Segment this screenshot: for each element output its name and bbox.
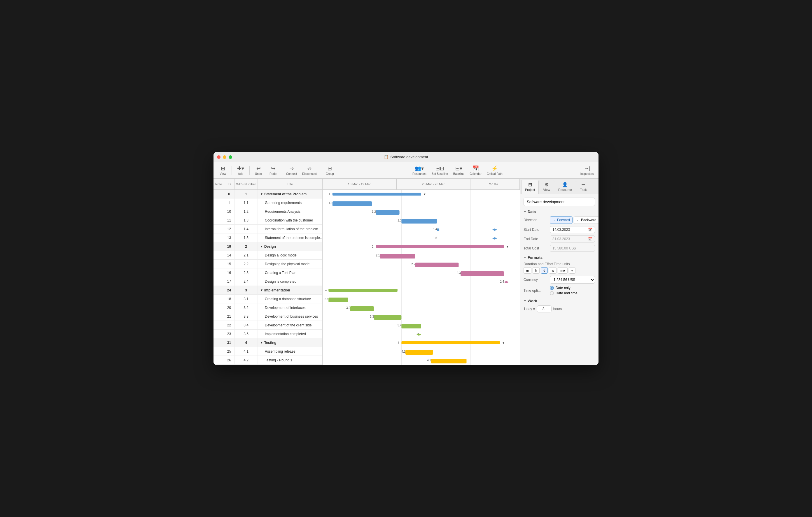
time-option-label: Time opti...	[524, 288, 550, 293]
work-section-header[interactable]: ▼ Work	[524, 299, 595, 303]
table-row[interactable]: 0 1 ▼Statement of the Problem	[213, 190, 322, 199]
cell-title: Gathering requirements	[258, 199, 322, 207]
svg-text:▼: ▼	[325, 289, 327, 292]
cell-note	[213, 286, 224, 294]
inspectors-button[interactable]: →| Inspectors	[578, 164, 596, 177]
table-row[interactable]: 24 3 ▼Implementation	[213, 286, 322, 295]
svg-text:3.1: 3.1	[325, 298, 329, 301]
project-tab-icon: ⊟	[528, 182, 532, 187]
unit-mo-button[interactable]: mo	[558, 267, 567, 274]
svg-text:4: 4	[398, 341, 399, 344]
tab-view[interactable]: ⚙ View	[539, 180, 554, 194]
table-row[interactable]: 15 2.2 Designing the physical model	[213, 260, 322, 268]
tab-project[interactable]: ⊟ Project	[521, 180, 539, 194]
table-row[interactable]: 26 4.2 Testing - Round 1	[213, 356, 322, 365]
table-row[interactable]: 20 3.2 Development of interfaces	[213, 303, 322, 312]
time-option-group: Date only Date and time	[550, 286, 595, 295]
start-date-value[interactable]: 14.03.2023 📅	[550, 226, 595, 233]
cell-wbs: 3.2	[234, 303, 258, 312]
formats-section-header[interactable]: ▼ Formats	[524, 255, 595, 260]
connect-button[interactable]: ⇒ Connect	[284, 164, 299, 177]
table-row[interactable]: 13 1.5 Statement of the problem is compl…	[213, 234, 322, 242]
fullscreen-button[interactable]	[229, 155, 232, 159]
undo-button[interactable]: ↩ Undo	[252, 164, 265, 177]
table-row[interactable]: 14 2.1 Design a logic model	[213, 251, 322, 260]
table-row[interactable]: 12 1.4 Internal formulation of the probl…	[213, 225, 322, 234]
table-row[interactable]: 22 3.4 Development of the client side	[213, 321, 322, 330]
table-row[interactable]: 30 4.3 Error correction	[213, 365, 322, 365]
svg-text:1.4: 1.4	[433, 227, 437, 231]
table-row[interactable]: 21 3.3 Development of business services	[213, 312, 322, 321]
direction-field: Direction → Forward ← Backward	[524, 216, 595, 224]
cell-title: Coordination with the customer	[258, 216, 322, 224]
redo-button[interactable]: ↪ Redo	[266, 164, 280, 177]
date-only-option[interactable]: Date only	[550, 286, 595, 290]
baseline-button[interactable]: ⊟▾ Baseline	[451, 164, 467, 177]
table-row[interactable]: 1 1.1 Gathering requirements	[213, 199, 322, 207]
table-row[interactable]: 10 1.2 Requirements Analysis	[213, 207, 322, 216]
table-row[interactable]: 31 4 ▼Testing	[213, 338, 322, 347]
svg-rect-38	[401, 324, 421, 329]
svg-text:1.3: 1.3	[398, 219, 402, 222]
add-button[interactable]: ✚▾ Add	[234, 164, 248, 177]
view-button[interactable]: ⊞ View	[216, 164, 230, 177]
cell-wbs: 2	[234, 242, 258, 251]
date-time-option[interactable]: Date and time	[550, 291, 595, 295]
cell-title: ▼Statement of the Problem	[258, 190, 322, 198]
unit-d-button[interactable]: d	[541, 267, 548, 274]
svg-rect-9	[376, 210, 400, 215]
table-row[interactable]: 11 1.3 Coordination with the customer	[213, 216, 322, 225]
unit-m-button[interactable]: m	[524, 267, 531, 274]
svg-rect-13	[437, 229, 439, 231]
table-row[interactable]: 19 2 ▼Design	[213, 242, 322, 251]
table-row[interactable]: 17 2.4 Design is completed	[213, 277, 322, 286]
svg-rect-46	[405, 350, 433, 355]
unit-w-button[interactable]: w	[549, 267, 556, 274]
cell-id: 0	[224, 190, 234, 198]
table-row[interactable]: 18 3.1 Creating a database structure	[213, 295, 322, 303]
end-date-value[interactable]: 31.03.2023 📅	[550, 236, 595, 242]
date-only-radio[interactable]	[550, 286, 554, 290]
close-button[interactable]	[217, 155, 221, 159]
tab-task[interactable]: ☰ Task	[576, 180, 591, 194]
disconnect-button[interactable]: ⇏ Disconnect	[300, 164, 319, 177]
table-row[interactable]: 23 3.5 Implementation completed	[213, 330, 322, 338]
table-row[interactable]: 25 4.1 Assembling release	[213, 347, 322, 356]
cell-note	[213, 338, 224, 347]
resources-button[interactable]: 👥▾ Resources	[410, 164, 429, 177]
currency-select[interactable]: 1 234.56 US$	[550, 276, 595, 283]
minimize-button[interactable]	[223, 155, 226, 159]
backward-button[interactable]: ← Backward	[574, 216, 599, 224]
unit-y-button[interactable]: y	[569, 267, 576, 274]
cell-wbs: 2.1	[234, 251, 258, 260]
table-row[interactable]: 16 2.3 Creating a Test Plan	[213, 268, 322, 277]
unit-h-button[interactable]: h	[532, 267, 540, 274]
data-section-header[interactable]: ▼ Data	[524, 210, 595, 214]
work-hours-input[interactable]	[537, 305, 552, 312]
currency-label: Currency	[524, 278, 550, 282]
total-cost-field: Total Cost 15 580.00 US$	[524, 245, 595, 252]
critical-path-button[interactable]: ⚡ Critical Path	[485, 164, 505, 177]
date-time-radio[interactable]	[550, 291, 554, 295]
forward-button[interactable]: → Forward	[550, 216, 573, 224]
calendar-button[interactable]: 📅 Calendar	[467, 164, 484, 177]
cell-title: ▼Implementation	[258, 286, 322, 294]
undo-icon: ↩	[256, 165, 261, 172]
cell-id: 20	[224, 303, 234, 312]
set-baseline-button[interactable]: ⊟⊡ Set Baseline	[429, 164, 450, 177]
svg-text:2.2: 2.2	[411, 263, 415, 266]
tab-resource[interactable]: 👤 Resource	[554, 180, 576, 194]
svg-rect-24	[415, 263, 459, 267]
total-cost-value: 15 580.00 US$	[550, 245, 595, 252]
cell-title: Testing - Round 1	[258, 356, 322, 364]
project-name-input[interactable]	[524, 197, 595, 206]
cell-note	[213, 347, 224, 356]
inspector-tabs: ⊟ Project ⚙ View 👤 Resource ☰ Task	[520, 179, 599, 194]
resources-icon: 👥▾	[415, 165, 424, 172]
cell-wbs: 2.3	[234, 268, 258, 277]
svg-rect-29	[328, 289, 398, 292]
svg-text:▼: ▼	[506, 245, 509, 248]
group-button[interactable]: ⊟ Group	[323, 164, 337, 177]
timeline-period-1: 13 Mar - 19 Mar	[322, 179, 396, 189]
cell-title: Development of business services	[258, 312, 322, 321]
